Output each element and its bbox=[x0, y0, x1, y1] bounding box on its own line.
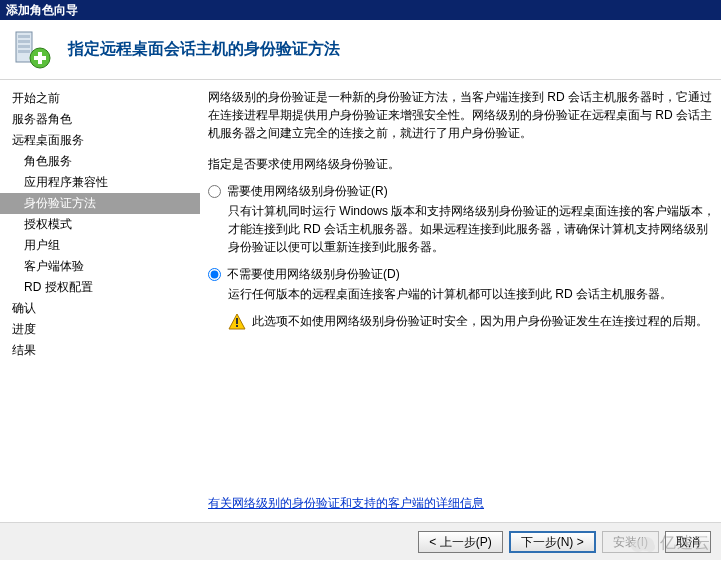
sidebar-item-license-mode[interactable]: 授权模式 bbox=[0, 214, 200, 235]
instruction-text: 指定是否要求使用网络级身份验证。 bbox=[208, 156, 717, 173]
sidebar-item-confirm[interactable]: 确认 bbox=[0, 298, 200, 319]
wizard-steps-sidebar: 开始之前 服务器角色 远程桌面服务 角色服务 应用程序兼容性 身份验证方法 授权… bbox=[0, 80, 200, 522]
wizard-content: 网络级别的身份验证是一种新的身份验证方法，当客户端连接到 RD 会话主机服务器时… bbox=[200, 80, 721, 522]
svg-rect-10 bbox=[236, 325, 238, 327]
svg-rect-2 bbox=[18, 40, 30, 43]
window-titlebar: 添加角色向导 bbox=[0, 0, 721, 20]
option-require-nla: 需要使用网络级别身份验证(R) 只有计算机同时运行 Windows 版本和支持网… bbox=[208, 183, 717, 256]
sidebar-item-rds[interactable]: 远程桌面服务 bbox=[0, 130, 200, 151]
sidebar-item-client-exp[interactable]: 客户端体验 bbox=[0, 256, 200, 277]
intro-text: 网络级别的身份验证是一种新的身份验证方法，当客户端连接到 RD 会话主机服务器时… bbox=[208, 88, 717, 142]
warning-row: 此选项不如使用网络级别身份验证时安全，因为用户身份验证发生在连接过程的后期。 bbox=[228, 313, 717, 331]
option-require-label: 需要使用网络级别身份验证(R) bbox=[227, 183, 388, 200]
option-norequire-desc: 运行任何版本的远程桌面连接客户端的计算机都可以连接到此 RD 会话主机服务器。 bbox=[228, 285, 717, 303]
wizard-footer: < 上一步(P) 下一步(N) > 安装(I) 取消 bbox=[0, 522, 721, 560]
option-require-desc: 只有计算机同时运行 Windows 版本和支持网络级别身份验证的远程桌面连接的客… bbox=[228, 202, 717, 256]
sidebar-item-role-services[interactable]: 角色服务 bbox=[0, 151, 200, 172]
radio-require-nla[interactable] bbox=[208, 185, 221, 198]
svg-rect-3 bbox=[18, 45, 30, 48]
sidebar-item-progress[interactable]: 进度 bbox=[0, 319, 200, 340]
warning-icon bbox=[228, 313, 246, 331]
cancel-button[interactable]: 取消 bbox=[665, 531, 711, 553]
install-button: 安装(I) bbox=[602, 531, 659, 553]
window-title: 添加角色向导 bbox=[6, 3, 78, 17]
prev-button[interactable]: < 上一步(P) bbox=[418, 531, 502, 553]
svg-rect-1 bbox=[18, 35, 30, 38]
svg-rect-4 bbox=[18, 50, 30, 53]
next-button[interactable]: 下一步(N) > bbox=[509, 531, 596, 553]
warning-text: 此选项不如使用网络级别身份验证时安全，因为用户身份验证发生在连接过程的后期。 bbox=[252, 313, 708, 330]
page-title: 指定远程桌面会话主机的身份验证方法 bbox=[68, 39, 340, 60]
option-norequire-nla: 不需要使用网络级别身份验证(D) 运行任何版本的远程桌面连接客户端的计算机都可以… bbox=[208, 266, 717, 331]
help-link-container: 有关网络级别的身份验证和支持的客户端的详细信息 bbox=[208, 495, 484, 512]
help-link[interactable]: 有关网络级别的身份验证和支持的客户端的详细信息 bbox=[208, 496, 484, 510]
sidebar-item-rd-license-config[interactable]: RD 授权配置 bbox=[0, 277, 200, 298]
sidebar-item-app-compat[interactable]: 应用程序兼容性 bbox=[0, 172, 200, 193]
radio-norequire-nla[interactable] bbox=[208, 268, 221, 281]
svg-rect-7 bbox=[34, 56, 46, 60]
svg-rect-9 bbox=[236, 318, 238, 324]
sidebar-item-results[interactable]: 结果 bbox=[0, 340, 200, 361]
option-norequire-label: 不需要使用网络级别身份验证(D) bbox=[227, 266, 400, 283]
server-add-icon bbox=[10, 28, 54, 72]
wizard-header: 指定远程桌面会话主机的身份验证方法 bbox=[0, 20, 721, 80]
sidebar-item-server-roles[interactable]: 服务器角色 bbox=[0, 109, 200, 130]
sidebar-item-user-groups[interactable]: 用户组 bbox=[0, 235, 200, 256]
sidebar-item-auth-method[interactable]: 身份验证方法 bbox=[0, 193, 200, 214]
sidebar-item-begin[interactable]: 开始之前 bbox=[0, 88, 200, 109]
